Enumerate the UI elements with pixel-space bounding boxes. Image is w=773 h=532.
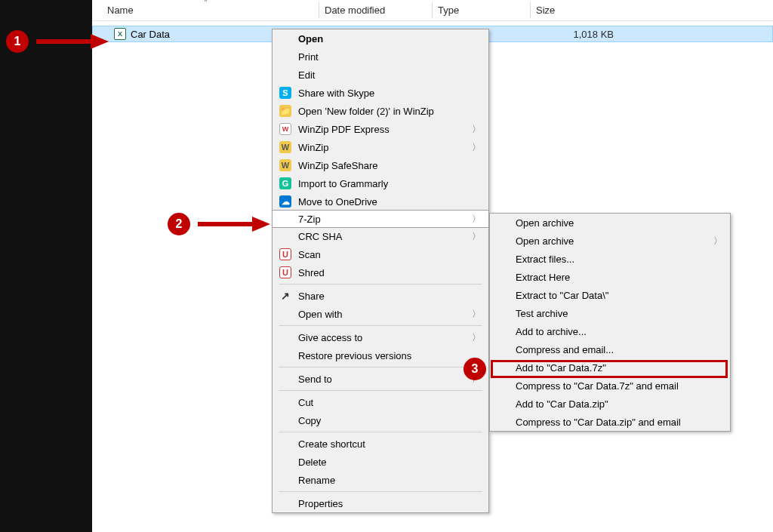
menu-move-onedrive[interactable]: ☁Move to OneDrive — [273, 192, 488, 211]
file-name-label: Car Data — [131, 29, 170, 40]
menu-cut[interactable]: Cut — [273, 393, 488, 411]
sort-ascending-icon: ˄ — [204, 0, 208, 7]
grammarly-icon: G — [279, 177, 291, 189]
submenu-open-archive-2[interactable]: Open archive〉 — [490, 232, 730, 250]
winzip-safeshare-icon: W — [279, 159, 291, 171]
context-menu-main: Open Print Edit SShare with Skype 📁Open … — [272, 29, 489, 513]
menu-7zip[interactable]: 7-Zip〉 — [272, 210, 489, 228]
menu-winzip-pdf-express[interactable]: WWinZip PDF Express〉 — [273, 120, 488, 138]
submenu-compress-zip-email[interactable]: Compress to "Car Data.zip" and email — [490, 413, 730, 431]
menu-import-grammarly[interactable]: GImport to Grammarly — [273, 174, 488, 192]
annotation-callout-2: 2 — [168, 213, 270, 235]
column-name[interactable]: Name ˄ — [92, 0, 319, 20]
chevron-right-icon: 〉 — [472, 141, 481, 154]
annotation-badge-1: 1 — [6, 30, 29, 53]
annotation-badge-2: 2 — [168, 213, 190, 235]
separator — [279, 325, 482, 326]
column-name-label: Name — [107, 5, 134, 16]
winzip-icon: W — [279, 141, 291, 153]
menu-send-to[interactable]: Send to〉 — [273, 370, 488, 388]
submenu-add-to-zip[interactable]: Add to "Car Data.zip" — [490, 395, 730, 413]
submenu-open-archive-1[interactable]: Open archive — [490, 214, 730, 232]
svg-marker-3 — [252, 217, 270, 232]
menu-winzip-safeshare[interactable]: WWinZip SafeShare — [273, 156, 488, 174]
menu-winzip[interactable]: WWinZip〉 — [273, 138, 488, 156]
submenu-extract-files[interactable]: Extract files... — [490, 250, 730, 268]
file-size-cell: 1,018 KB — [529, 26, 620, 42]
annotation-callout-3: 3 — [463, 358, 486, 380]
menu-properties[interactable]: Properties — [273, 494, 488, 512]
share-icon: ↗ — [279, 290, 291, 302]
menu-open-winzip-folder[interactable]: 📁Open 'New folder (2)' in WinZip — [273, 102, 488, 120]
separator — [279, 432, 482, 432]
svg-marker-1 — [91, 34, 109, 49]
menu-delete[interactable]: Delete — [273, 453, 488, 471]
mcafee-scan-icon: U — [279, 248, 291, 260]
column-date-label: Date modified — [325, 5, 385, 16]
menu-edit[interactable]: Edit — [273, 66, 488, 84]
menu-create-shortcut[interactable]: Create shortcut — [273, 435, 488, 453]
menu-open[interactable]: Open — [273, 29, 488, 48]
excel-file-icon: X — [114, 28, 126, 40]
menu-rename[interactable]: Rename — [273, 471, 488, 489]
separator — [279, 284, 482, 284]
menu-give-access-to[interactable]: Give access to〉 — [273, 328, 488, 346]
skype-icon: S — [279, 87, 291, 99]
menu-open-with[interactable]: Open with〉 — [273, 305, 488, 323]
submenu-add-to-archive[interactable]: Add to archive... — [490, 322, 730, 340]
separator — [279, 390, 482, 391]
separator — [279, 367, 482, 367]
submenu-test-archive[interactable]: Test archive — [490, 304, 730, 322]
column-size[interactable]: Size — [530, 0, 621, 20]
chevron-right-icon: 〉 — [472, 331, 481, 344]
menu-print[interactable]: Print — [273, 48, 488, 66]
submenu-compress-7z-email[interactable]: Compress to "Car Data.7z" and email — [490, 377, 730, 395]
menu-shred[interactable]: UShred — [273, 263, 488, 281]
menu-copy[interactable]: Copy — [273, 411, 488, 429]
annotation-callout-1: 1 — [6, 30, 109, 53]
submenu-compress-and-email[interactable]: Compress and email... — [490, 340, 730, 358]
column-size-label: Size — [536, 5, 555, 16]
chevron-right-icon: 〉 — [472, 213, 481, 226]
menu-restore-previous-versions[interactable]: Restore previous versions — [273, 346, 488, 364]
column-type-label: Type — [438, 5, 459, 16]
separator — [279, 491, 482, 492]
arrow-right-icon — [195, 215, 270, 233]
chevron-right-icon: 〉 — [472, 123, 481, 136]
winzip-folder-icon: 📁 — [279, 105, 291, 117]
chevron-right-icon: 〉 — [713, 235, 722, 248]
winzip-pdf-icon: W — [279, 123, 291, 135]
menu-scan[interactable]: UScan — [273, 245, 488, 263]
arrow-right-icon — [33, 32, 109, 51]
submenu-extract-to[interactable]: Extract to "Car Data\" — [490, 286, 730, 304]
submenu-add-to-7z[interactable]: Add to "Car Data.7z" — [490, 358, 730, 377]
annotation-badge-3: 3 — [463, 358, 486, 380]
column-type[interactable]: Type — [432, 0, 530, 20]
chevron-right-icon: 〉 — [472, 308, 481, 321]
context-menu-7zip: Open archive Open archive〉 Extract files… — [489, 213, 731, 432]
column-headers: Name ˄ Date modified Type Size — [92, 0, 773, 21]
menu-crc-sha[interactable]: CRC SHA〉 — [273, 227, 488, 245]
submenu-extract-here[interactable]: Extract Here — [490, 268, 730, 286]
menu-share-skype[interactable]: SShare with Skype — [273, 84, 488, 102]
menu-share[interactable]: ↗Share — [273, 287, 488, 305]
left-dark-panel — [0, 0, 92, 532]
column-date-modified[interactable]: Date modified — [319, 0, 432, 20]
chevron-right-icon: 〉 — [472, 230, 481, 243]
mcafee-shred-icon: U — [279, 266, 291, 278]
onedrive-icon: ☁ — [279, 195, 291, 208]
